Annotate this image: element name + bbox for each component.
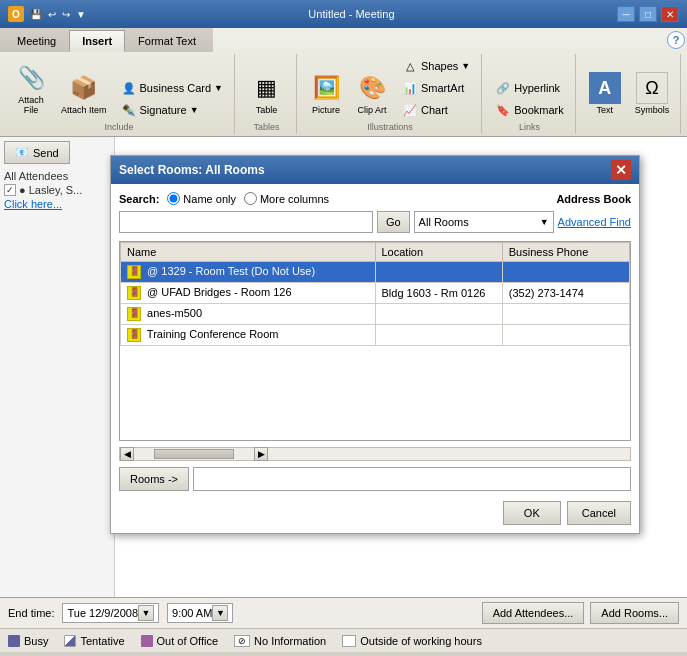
radio-more-columns[interactable]: More columns: [244, 192, 329, 205]
tentative-dot: [64, 635, 76, 647]
scroll-thumb[interactable]: [154, 449, 234, 459]
clip-art-label: Clip Art: [357, 105, 386, 115]
scroll-right-button[interactable]: ▶: [254, 447, 268, 461]
modal-titlebar: Select Rooms: All Rooms ✕: [111, 156, 639, 184]
rooms-button[interactable]: Rooms ->: [119, 467, 189, 491]
oof-label: Out of Office: [157, 635, 219, 647]
picture-button[interactable]: 🖼️ Picture: [305, 67, 347, 120]
shapes-button[interactable]: △ Shapes ▼: [397, 56, 475, 76]
app-icon: O: [8, 6, 24, 22]
business-card-button[interactable]: 👤 Business Card ▼: [116, 78, 228, 98]
attach-file-button[interactable]: 📎 AttachFile: [10, 57, 52, 120]
rooms-input[interactable]: [193, 467, 631, 491]
select-rooms-modal: Select Rooms: All Rooms ✕ Search: Name o…: [110, 155, 640, 534]
text-label: Text: [597, 105, 614, 115]
illustration-small-buttons: △ Shapes ▼ 📊 SmartArt 📈 Chart: [397, 56, 475, 120]
text-button[interactable]: A Text: [584, 67, 626, 120]
shapes-dropdown[interactable]: ▼: [461, 61, 470, 71]
table-row[interactable]: 🚪 Training Conference Room: [121, 325, 630, 346]
modal-close-button[interactable]: ✕: [611, 160, 631, 180]
table-header-row: Name Location Business Phone: [121, 243, 630, 262]
horizontal-scrollbar[interactable]: ◀ ▶: [119, 447, 631, 461]
add-rooms-button[interactable]: Add Rooms...: [590, 602, 679, 624]
tentative-label: Tentative: [80, 635, 124, 647]
close-button[interactable]: ✕: [661, 6, 679, 22]
smartart-label: SmartArt: [421, 82, 464, 94]
dropdown-arrow-icon: ▼: [540, 217, 549, 227]
symbols-button[interactable]: Ω Symbols: [630, 67, 675, 120]
attach-item-icon: 📦: [68, 72, 100, 104]
tab-format-text[interactable]: Format Text: [125, 30, 209, 52]
row-phone-cell: [502, 262, 629, 283]
table-row[interactable]: 🚪 anes-m500: [121, 304, 630, 325]
ribbon: Meeting Insert Format Text ? 📎 AttachFil…: [0, 28, 687, 137]
time-value: 9:00 AM: [172, 607, 212, 619]
ok-button[interactable]: OK: [503, 501, 561, 525]
help-button[interactable]: ?: [667, 31, 685, 49]
row-location-cell: [375, 262, 502, 283]
restore-button[interactable]: □: [639, 6, 657, 22]
send-button[interactable]: 📧 Send: [4, 141, 70, 164]
rooms-table: Name Location Business Phone 🚪 @ 1329 - …: [120, 242, 630, 346]
address-book-label: Address Book: [556, 193, 631, 205]
title-bar: O 💾 ↩ ↪ ▼ Untitled - Meeting ─ □ ✕: [0, 0, 687, 28]
bookmark-button[interactable]: 🔖 Bookmark: [490, 100, 569, 120]
picture-icon: 🖼️: [310, 72, 342, 104]
clip-art-button[interactable]: 🎨 Clip Art: [351, 67, 393, 120]
rooms-table-container: Name Location Business Phone 🚪 @ 1329 - …: [119, 241, 631, 441]
row-name: @ 1329 - Room Test (Do Not Use): [147, 265, 315, 277]
table-row[interactable]: 🚪 @ 1329 - Room Test (Do Not Use): [121, 262, 630, 283]
add-buttons: Add Attendees... Add Rooms...: [241, 602, 679, 624]
search-input[interactable]: [119, 211, 373, 233]
smartart-button[interactable]: 📊 SmartArt: [397, 78, 475, 98]
oof-dot: [141, 635, 153, 647]
search-row: Search: Name only More columns Address B…: [119, 192, 631, 205]
business-card-dropdown[interactable]: ▼: [214, 83, 223, 93]
tab-meeting[interactable]: Meeting: [4, 30, 69, 52]
date-picker: Tue 12/9/2008 ▼: [62, 603, 159, 623]
radio-more-columns-input[interactable]: [244, 192, 257, 205]
text-icon: A: [589, 72, 621, 104]
ribbon-group-include: 📎 AttachFile 📦 Attach Item 👤 Business Ca…: [4, 54, 235, 134]
bottom-bar: End time: Tue 12/9/2008 ▼ 9:00 AM ▼ Add …: [0, 597, 687, 628]
cancel-button[interactable]: Cancel: [567, 501, 631, 525]
room-icon: 🚪: [127, 328, 141, 342]
time-dropdown-button[interactable]: ▼: [212, 605, 228, 621]
table-row[interactable]: 🚪 @ UFAD Bridges - Room 126 Bldg 1603 - …: [121, 283, 630, 304]
go-button[interactable]: Go: [377, 211, 410, 233]
col-name: Name: [121, 243, 376, 262]
redo-icon[interactable]: ↪: [62, 9, 70, 20]
window-title: Untitled - Meeting: [308, 8, 394, 20]
address-book-dropdown[interactable]: All Rooms ▼: [414, 211, 554, 233]
row-name-cell: 🚪 Training Conference Room: [121, 325, 376, 346]
date-dropdown-button[interactable]: ▼: [138, 605, 154, 621]
links-buttons: 🔗 Hyperlink 🔖 Bookmark: [490, 78, 569, 120]
busy-dot: [8, 635, 20, 647]
links-group-label: Links: [519, 122, 540, 132]
chart-button[interactable]: 📈 Chart: [397, 100, 475, 120]
ribbon-group-links: 🔗 Hyperlink 🔖 Bookmark Links: [484, 54, 576, 134]
radio-name-only-input[interactable]: [167, 192, 180, 205]
noinfo-label: No Information: [254, 635, 326, 647]
click-here-link[interactable]: Click here...: [4, 198, 110, 210]
attendee-label: All Attendees: [4, 170, 110, 182]
scroll-left-button[interactable]: ◀: [120, 447, 134, 461]
hyperlink-button[interactable]: 🔗 Hyperlink: [490, 78, 569, 98]
signature-button[interactable]: ✒️ Signature ▼: [116, 100, 228, 120]
row-name-cell: 🚪 @ UFAD Bridges - Room 126: [121, 283, 376, 304]
advanced-find-link[interactable]: Advanced Find: [558, 216, 631, 228]
checkbox-icon[interactable]: ✓: [4, 184, 16, 196]
table-button[interactable]: ▦ Table: [246, 67, 288, 120]
table-label: Table: [256, 105, 278, 115]
attach-item-button[interactable]: 📦 Attach Item: [56, 67, 112, 120]
minimize-button[interactable]: ─: [617, 6, 635, 22]
row-location-cell: Bldg 1603 - Rm 0126: [375, 283, 502, 304]
radio-name-only[interactable]: Name only: [167, 192, 236, 205]
row-name: Training Conference Room: [147, 328, 279, 340]
end-time-label: End time:: [8, 607, 54, 619]
tab-insert[interactable]: Insert: [69, 30, 125, 52]
save-icon[interactable]: 💾: [30, 9, 42, 20]
undo-icon[interactable]: ↩: [48, 9, 56, 20]
signature-dropdown[interactable]: ▼: [190, 105, 199, 115]
add-attendees-button[interactable]: Add Attendees...: [482, 602, 585, 624]
